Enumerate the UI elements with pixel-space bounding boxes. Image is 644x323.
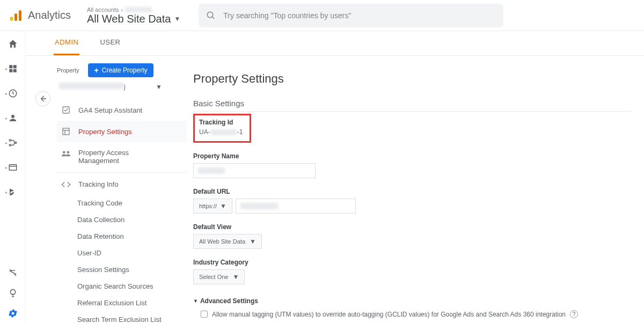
svg-rect-14: [9, 165, 17, 171]
industry-category-label: Industry Category: [193, 259, 631, 266]
svg-line-4: [213, 17, 215, 19]
subnav-data-collection[interactable]: Data Collection: [77, 211, 187, 228]
check-square-icon: [61, 106, 71, 114]
property-column-header: Property + Create Property: [57, 63, 187, 77]
back-button[interactable]: [35, 91, 50, 106]
nav-acquisition[interactable]: ▸: [6, 136, 19, 149]
tracking-id-redacted: [211, 129, 237, 135]
view-selector[interactable]: All Web Site Data ▼: [87, 13, 180, 25]
property-label: Property: [57, 67, 79, 74]
nav-ga4-setup[interactable]: GA4 Setup Assistant: [57, 99, 187, 121]
property-nav: GA4 Setup Assistant Property Settings: [57, 99, 187, 323]
nav-realtime[interactable]: ▸: [6, 87, 19, 100]
nav-audience[interactable]: ▸: [6, 112, 19, 124]
manual-tagging-checkbox[interactable]: [201, 311, 208, 318]
nav-attribution[interactable]: [6, 266, 19, 279]
content-area: ADMIN USER Property + Create Property ) …: [26, 31, 644, 323]
svg-rect-7: [9, 69, 12, 72]
tracking-info-submenu: Tracking Code Data Collection Data Reten…: [57, 195, 187, 323]
product-name: Analytics: [28, 9, 71, 21]
svg-rect-5: [9, 65, 12, 68]
manual-tagging-label: Allow manual tagging (UTM values) to ove…: [212, 311, 566, 318]
property-name-input[interactable]: [193, 163, 316, 178]
subnav-user-id[interactable]: User-ID: [77, 245, 187, 261]
subnav-referral-exclusion[interactable]: Referral Exclusion List: [77, 295, 187, 311]
property-name-label: Property Name: [193, 152, 631, 160]
subnav-tracking-code[interactable]: Tracking Code: [77, 195, 187, 211]
divider: [57, 172, 187, 173]
rail-bottom-group: [6, 266, 19, 320]
default-url-row: https:// ▼: [193, 199, 631, 214]
nav-home[interactable]: [6, 38, 19, 50]
url-protocol-select[interactable]: https:// ▼: [193, 199, 232, 214]
nav-behavior[interactable]: ▸: [6, 161, 19, 174]
svg-point-12: [9, 144, 11, 146]
layout-icon: [61, 127, 71, 136]
expand-icon: ▸: [5, 67, 8, 71]
nav-reports[interactable]: ▸: [6, 62, 19, 75]
property-column: Property + Create Property ) ▼: [26, 56, 187, 323]
account-name-redacted: [125, 7, 152, 12]
chevron-down-icon: ▼: [220, 202, 226, 210]
chevron-down-icon: ▼: [232, 273, 239, 281]
plus-icon: +: [94, 66, 99, 75]
default-url-input[interactable]: [236, 199, 356, 214]
svg-point-10: [11, 115, 14, 118]
nav-conversions[interactable]: ▸: [6, 186, 19, 199]
default-view-select[interactable]: All Web Site Data ▼: [193, 234, 262, 249]
chevron-right-icon: ›: [121, 6, 123, 13]
default-view-label: Default View: [193, 223, 631, 231]
property-name-redacted: [59, 83, 123, 89]
account-switcher[interactable]: All accounts › All Web Site Data ▼: [79, 6, 180, 25]
breadcrumb: All accounts ›: [87, 6, 180, 13]
left-icon-rail: ▸ ▸ ▸ ▸ ▸ ▸: [0, 31, 26, 323]
tracking-id-label: Tracking Id: [199, 119, 245, 126]
default-url-redacted: [240, 203, 278, 209]
nav-admin[interactable]: [6, 307, 19, 320]
page-title: Property Settings: [193, 72, 631, 86]
svg-point-3: [208, 12, 214, 18]
svg-rect-2: [19, 10, 21, 21]
default-url-label: Default URL: [193, 188, 631, 195]
subnav-organic-sources[interactable]: Organic Search Sources: [77, 278, 187, 295]
basic-settings-heading: Basic Settings: [193, 99, 631, 112]
industry-category-select[interactable]: Select One ▼: [193, 269, 245, 284]
svg-rect-17: [63, 128, 69, 135]
subnav-search-term-exclusion[interactable]: Search Term Exclusion List: [77, 311, 187, 323]
search-input[interactable]: Try searching "Top countries by users": [199, 4, 503, 27]
help-icon[interactable]: ?: [570, 310, 578, 318]
svg-rect-0: [10, 17, 13, 21]
tab-user[interactable]: USER: [99, 31, 121, 55]
top-bar: Analytics All accounts › All Web Site Da…: [0, 0, 644, 31]
admin-tabs: ADMIN USER: [26, 31, 644, 56]
manual-tagging-row: Allow manual tagging (UTM values) to ove…: [193, 310, 631, 318]
nav-tracking-info[interactable]: Tracking Info: [57, 174, 187, 195]
expand-icon: ▸: [5, 91, 8, 96]
expand-icon: ▸: [5, 165, 8, 170]
svg-rect-1: [14, 13, 17, 21]
svg-point-20: [63, 151, 65, 154]
svg-point-11: [9, 140, 11, 141]
subnav-data-retention[interactable]: Data Retention: [77, 228, 187, 245]
advanced-settings-heading[interactable]: ▼ Advanced Settings: [193, 297, 631, 305]
chevron-down-icon: ▼: [193, 298, 198, 304]
svg-rect-8: [13, 69, 16, 72]
expand-icon: ▸: [5, 190, 8, 195]
property-name-redacted: [198, 167, 225, 174]
tab-admin[interactable]: ADMIN: [54, 31, 79, 55]
expand-icon: ▸: [5, 116, 8, 121]
nav-property-settings[interactable]: Property Settings: [57, 121, 187, 142]
chevron-down-icon: ▼: [250, 238, 256, 245]
settings-pane: Property Settings Basic Settings Trackin…: [187, 56, 644, 323]
tracking-id-highlight: Tracking Id UA- -1: [193, 114, 251, 143]
subnav-session-settings[interactable]: Session Settings: [77, 261, 187, 278]
property-selector[interactable]: ) ▼: [57, 77, 164, 96]
nav-property-access[interactable]: Property Access Management: [57, 142, 187, 171]
expand-icon: ▸: [5, 141, 8, 145]
create-property-button[interactable]: + Create Property: [88, 63, 154, 77]
svg-point-21: [67, 151, 70, 154]
code-icon: [61, 181, 71, 188]
chevron-down-icon: ▼: [174, 13, 180, 25]
nav-discover[interactable]: [6, 287, 19, 299]
search-icon: [206, 11, 216, 20]
